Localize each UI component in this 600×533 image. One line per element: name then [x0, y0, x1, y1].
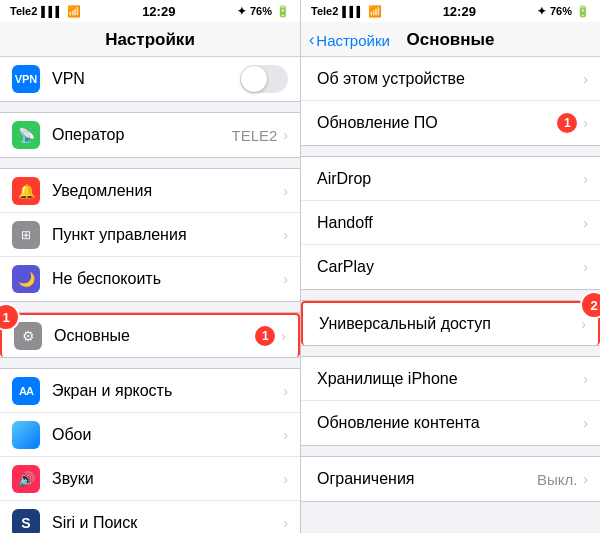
vpn-toggle[interactable]	[240, 65, 288, 93]
storage-label: Хранилище iPhone	[317, 370, 583, 388]
handoff-label: Handoff	[317, 214, 583, 232]
wallpaper-chevron: ›	[283, 427, 288, 443]
sounds-chevron: ›	[283, 471, 288, 487]
nav-bar-left: Настройки	[0, 22, 300, 57]
content-update-item[interactable]: Обновление контента ›	[301, 401, 600, 445]
about-chevron: ›	[583, 71, 588, 87]
display-chevron: ›	[283, 383, 288, 399]
vpn-label: VPN	[52, 70, 240, 88]
general-icon: ⚙	[14, 322, 42, 350]
signal-right: ▌▌▌	[342, 6, 363, 17]
notifications-icon: 🔔	[12, 177, 40, 205]
bluetooth-left: ✦	[237, 5, 246, 18]
accessibility-label: Универсальный доступ	[319, 315, 581, 333]
r-spacer3	[301, 346, 600, 356]
nav-title-right: Основные	[406, 30, 494, 50]
update-label: Обновление ПО	[317, 114, 557, 132]
content-update-label: Обновление контента	[317, 414, 583, 432]
vpn-item[interactable]: VPN VPN	[0, 57, 300, 101]
restrictions-group: Ограничения Выкл. ›	[301, 456, 600, 502]
vpn-toggle-knob	[241, 66, 267, 92]
handoff-item[interactable]: Handoff ›	[301, 201, 600, 245]
control-center-label: Пункт управления	[52, 226, 283, 244]
dnd-label: Не беспокоить	[52, 270, 283, 288]
storage-group: Хранилище iPhone › Обновление контента ›	[301, 356, 600, 446]
carrier-left: Tele2	[10, 5, 37, 17]
wallpaper-item[interactable]: Обои ›	[0, 413, 300, 457]
vpn-group: VPN VPN	[0, 57, 300, 102]
general-item[interactable]: 1 ⚙ Основные 1 ›	[0, 313, 300, 357]
spacer4	[0, 358, 300, 368]
storage-chevron: ›	[583, 371, 588, 387]
dnd-icon: 🌙	[12, 265, 40, 293]
operator-label: Оператор	[52, 126, 231, 144]
siri-label: Siri и Поиск	[52, 514, 283, 532]
update-badge: 1	[557, 113, 577, 133]
vpn-icon: VPN	[12, 65, 40, 93]
general-label: Основные	[54, 327, 255, 345]
airdrop-group: AirDrop › Handoff › CarPlay ›	[301, 156, 600, 290]
spacer2	[0, 158, 300, 168]
r-spacer4	[301, 446, 600, 456]
notifications-chevron: ›	[283, 183, 288, 199]
airdrop-item[interactable]: AirDrop ›	[301, 157, 600, 201]
about-label: Об этом устройстве	[317, 70, 583, 88]
spacer1	[0, 102, 300, 112]
general-chevron: ›	[281, 328, 286, 344]
carplay-item[interactable]: CarPlay ›	[301, 245, 600, 289]
sounds-icon: 🔊	[12, 465, 40, 493]
notifications-label: Уведомления	[52, 182, 283, 200]
sounds-item[interactable]: 🔊 Звуки ›	[0, 457, 300, 501]
operator-value: TELE2	[231, 127, 277, 144]
handoff-chevron: ›	[583, 215, 588, 231]
restrictions-label: Ограничения	[317, 470, 537, 488]
right-panel: Tele2 ▌▌▌ 📶 12:29 ✦ 76% 🔋 ‹ Настройки Ос…	[300, 0, 600, 533]
operator-item[interactable]: 📡 Оператор TELE2 ›	[0, 113, 300, 157]
battery-icon-left: 🔋	[276, 5, 290, 18]
bluetooth-right: ✦	[537, 5, 546, 18]
misc-group: AA Экран и яркость › Обои › 🔊 Звуки › S …	[0, 368, 300, 533]
about-item[interactable]: Об этом устройстве ›	[301, 57, 600, 101]
back-chevron: ‹	[309, 31, 314, 49]
carplay-label: CarPlay	[317, 258, 583, 276]
update-chevron: ›	[583, 115, 588, 131]
restrictions-item[interactable]: Ограничения Выкл. ›	[301, 457, 600, 501]
update-item[interactable]: Обновление ПО 1 ›	[301, 101, 600, 145]
accessibility-item[interactable]: 2 Универсальный доступ ›	[301, 301, 600, 345]
siri-chevron: ›	[283, 515, 288, 531]
control-center-item[interactable]: ⊞ Пункт управления ›	[0, 213, 300, 257]
control-center-chevron: ›	[283, 227, 288, 243]
siri-icon: S	[12, 509, 40, 534]
settings-list-left: VPN VPN 📡 Оператор TELE2 › 🔔 Уведомления	[0, 57, 300, 533]
display-label: Экран и яркость	[52, 382, 283, 400]
wifi-left: 📶	[67, 5, 81, 18]
sounds-label: Звуки	[52, 470, 283, 488]
time-right: 12:29	[443, 4, 476, 19]
notifications-item[interactable]: 🔔 Уведомления ›	[0, 169, 300, 213]
airdrop-chevron: ›	[583, 171, 588, 187]
spacer3	[0, 302, 300, 312]
accessibility-chevron: ›	[581, 316, 586, 332]
nav-title-left: Настройки	[105, 30, 195, 50]
display-icon: AA	[12, 377, 40, 405]
status-bar-left: Tele2 ▌▌▌ 📶 12:29 ✦ 76% 🔋	[0, 0, 300, 22]
operator-chevron: ›	[283, 127, 288, 143]
content-update-chevron: ›	[583, 415, 588, 431]
accessibility-group: 2 Универсальный доступ ›	[301, 300, 600, 346]
display-item[interactable]: AA Экран и яркость ›	[0, 369, 300, 413]
siri-item[interactable]: S Siri и Поиск ›	[0, 501, 300, 533]
restrictions-chevron: ›	[583, 471, 588, 487]
dnd-item[interactable]: 🌙 Не беспокоить ›	[0, 257, 300, 301]
operator-group: 📡 Оператор TELE2 ›	[0, 112, 300, 158]
settings-list-right: Об этом устройстве › Обновление ПО 1 › A…	[301, 57, 600, 533]
notifications-group: 🔔 Уведомления › ⊞ Пункт управления › 🌙 Н…	[0, 168, 300, 302]
control-center-icon: ⊞	[12, 221, 40, 249]
back-button[interactable]: ‹ Настройки	[309, 31, 390, 49]
general-group: 1 ⚙ Основные 1 ›	[0, 312, 300, 358]
airdrop-label: AirDrop	[317, 170, 583, 188]
wallpaper-icon	[12, 421, 40, 449]
carplay-chevron: ›	[583, 259, 588, 275]
status-bar-right: Tele2 ▌▌▌ 📶 12:29 ✦ 76% 🔋	[301, 0, 600, 22]
dnd-chevron: ›	[283, 271, 288, 287]
storage-item[interactable]: Хранилище iPhone ›	[301, 357, 600, 401]
